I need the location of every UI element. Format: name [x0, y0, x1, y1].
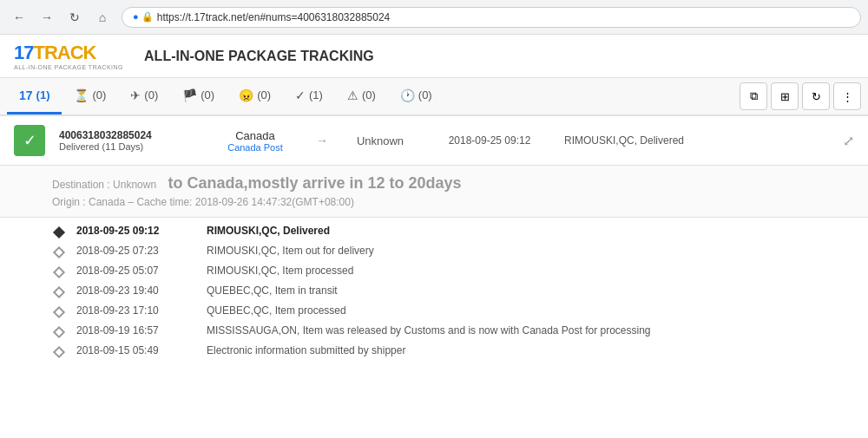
- timeline-desc: MISSISSAUGA,ON, Item was released by Cus…: [207, 324, 651, 337]
- copy-button[interactable]: ⧉: [740, 82, 767, 110]
- address-bar[interactable]: ● 🔒 https://t.17track.net/en#nums=400631…: [122, 7, 861, 28]
- timeline-item: 2018-09-15 05:49Electronic information s…: [52, 344, 816, 359]
- refresh-button[interactable]: ↻: [802, 82, 830, 110]
- tab-transit-count: (0): [144, 88, 158, 101]
- timeline-date: 2018-09-25 05:07: [76, 265, 189, 277]
- cache-value: 2018-09-26 14:47:32(GMT+08:00): [195, 196, 354, 208]
- empty-diamond-icon: [52, 325, 66, 339]
- add-button[interactable]: ⊞: [771, 82, 799, 110]
- origin-value: Canada: [89, 196, 125, 208]
- package-info: 4006318032885024 Delivered (11 Days): [59, 129, 198, 152]
- tab-pickup[interactable]: 🏴 (0): [170, 78, 227, 114]
- back-button[interactable]: ←: [7, 5, 31, 29]
- timeline-desc: RIMOUSKI,QC, Item processed: [207, 265, 353, 277]
- app-header: 17TRACK ALL-IN-ONE PACKAGE TRACKING ALL-…: [0, 35, 868, 78]
- tab-undelivered[interactable]: 😠 (0): [227, 78, 283, 114]
- lock-icon: ● 🔒: [133, 11, 154, 23]
- timeline-item: 2018-09-23 17:10QUEBEC,QC, Item processe…: [52, 304, 816, 319]
- package-number: 4006318032885024: [59, 129, 198, 141]
- timeline-content: 2018-09-15 05:49Electronic information s…: [76, 344, 816, 356]
- origin-label: Origin :: [52, 196, 89, 208]
- empty-diamond-icon: [52, 305, 66, 319]
- timeline-content: 2018-09-23 17:10QUEBEC,QC, Item processe…: [76, 304, 816, 317]
- timeline-date: 2018-09-23 17:10: [76, 304, 189, 317]
- tab-undelivered-icon: 😠: [239, 88, 253, 102]
- tab-delivered-icon: ✓: [295, 88, 306, 102]
- destination-value: Unknown: [113, 179, 156, 191]
- status-badge: ✓: [14, 125, 45, 156]
- tab-delivered-count: (1): [309, 88, 323, 101]
- origin-line: Origin : Canada – Cache time: 2018-09-26…: [52, 196, 816, 208]
- destination-label: Destination :: [52, 179, 113, 191]
- timeline-item: 2018-09-23 19:40QUEBEC,QC, Item in trans…: [52, 284, 816, 299]
- arrow-icon: →: [316, 134, 328, 147]
- tab-pending[interactable]: ⏳ (0): [62, 78, 118, 114]
- carrier-country: Canada: [212, 129, 299, 142]
- browser-chrome: ← → ↻ ⌂ ● 🔒 https://t.17track.net/en#num…: [0, 0, 868, 35]
- tab-bar: 17 (1) ⏳ (0) ✈ (0) 🏴 (0) 😠 (0) ✓ (1) ⚠ (…: [0, 78, 868, 116]
- reload-button[interactable]: ↻: [62, 5, 87, 29]
- timeline-content: 2018-09-23 19:40QUEBEC,QC, Item in trans…: [76, 284, 816, 297]
- cache-label: Cache time:: [136, 196, 192, 208]
- app-title: ALL-IN-ONE PACKAGE TRACKING: [144, 49, 374, 64]
- timeline-desc: Electronic information submitted by ship…: [207, 344, 405, 356]
- carrier-name: Canada Post: [212, 142, 299, 153]
- empty-diamond-icon: [52, 345, 66, 359]
- tab-alert-count: (0): [362, 88, 376, 101]
- tab-alert-icon: ⚠: [347, 88, 358, 102]
- package-carrier: Canada Canada Post: [212, 129, 299, 153]
- promo-text: to Canada,mostly arrive in 12 to 20days: [168, 174, 461, 192]
- timeline-desc: RIMOUSKI,QC, Item out for delivery: [207, 245, 374, 257]
- tab-transit[interactable]: ✈ (0): [118, 78, 170, 114]
- timeline: 2018-09-25 09:12RIMOUSKI,QC, Delivered20…: [0, 218, 868, 371]
- cache-separator: –: [128, 196, 136, 208]
- forward-button[interactable]: →: [35, 5, 59, 29]
- timeline-item: 2018-09-25 05:07RIMOUSKI,QC, Item proces…: [52, 265, 816, 279]
- tab-actions: ⧉ ⊞ ↻ ⋮: [740, 82, 861, 110]
- tab-undelivered-count: (0): [257, 88, 271, 101]
- tab-all-count: (1): [36, 88, 50, 101]
- logo-17: 17: [14, 42, 33, 63]
- tab-all[interactable]: 17 (1): [7, 78, 62, 114]
- timeline-date: 2018-09-23 19:40: [76, 284, 189, 297]
- timeline-item: 2018-09-25 09:12RIMOUSKI,QC, Delivered: [52, 225, 816, 239]
- package-location: RIMOUSKI,QC, Delivered: [564, 134, 829, 147]
- tab-17-icon: 17: [19, 88, 33, 102]
- url-text: https://t.17track.net/en#nums=4006318032…: [157, 11, 391, 23]
- tab-transit-icon: ✈: [130, 88, 141, 102]
- timeline-item: 2018-09-25 07:23RIMOUSKI,QC, Item out fo…: [52, 245, 816, 259]
- detail-panel: Destination : Unknown to Canada,mostly a…: [0, 166, 868, 218]
- timeline-date: 2018-09-15 05:49: [76, 344, 189, 356]
- home-button[interactable]: ⌂: [90, 5, 115, 29]
- tab-pickup-icon: 🏴: [182, 88, 197, 102]
- timeline-date: 2018-09-25 07:23: [76, 245, 189, 257]
- package-row: ✓ 4006318032885024 Delivered (11 Days) C…: [0, 116, 868, 166]
- collapse-button[interactable]: ⤢: [843, 133, 854, 149]
- tab-expired-count: (0): [418, 88, 432, 101]
- empty-diamond-icon: [52, 245, 66, 259]
- nav-buttons: ← → ↻ ⌂: [7, 5, 115, 29]
- timeline-content: 2018-09-25 07:23RIMOUSKI,QC, Item out fo…: [76, 245, 816, 257]
- tab-delivered[interactable]: ✓ (1): [283, 78, 335, 114]
- timeline-item: 2018-09-19 16:57MISSISSAUGA,ON, Item was…: [52, 324, 816, 339]
- menu-button[interactable]: ⋮: [833, 82, 861, 110]
- tab-expired-icon: 🕐: [400, 88, 415, 102]
- package-datetime: 2018-09-25 09:12: [429, 134, 550, 147]
- tab-alert[interactable]: ⚠ (0): [335, 78, 388, 114]
- empty-diamond-icon: [52, 285, 66, 299]
- package-destination: Unknown: [345, 134, 415, 147]
- timeline-date: 2018-09-25 09:12: [76, 225, 189, 237]
- timeline-date: 2018-09-19 16:57: [76, 324, 189, 337]
- timeline-desc: RIMOUSKI,QC, Delivered: [207, 225, 330, 237]
- timeline-content: 2018-09-25 09:12RIMOUSKI,QC, Delivered: [76, 225, 816, 237]
- logo-area: 17TRACK ALL-IN-ONE PACKAGE TRACKING: [14, 42, 123, 70]
- timeline-desc: QUEBEC,QC, Item in transit: [207, 284, 338, 297]
- logo-subtitle: ALL-IN-ONE PACKAGE TRACKING: [14, 64, 123, 70]
- timeline-content: 2018-09-25 05:07RIMOUSKI,QC, Item proces…: [76, 265, 816, 277]
- timeline-desc: QUEBEC,QC, Item processed: [207, 304, 346, 317]
- timeline-content: 2018-09-19 16:57MISSISSAUGA,ON, Item was…: [76, 324, 816, 337]
- tab-expired[interactable]: 🕐 (0): [388, 78, 444, 114]
- logo-text: 17TRACK: [14, 42, 123, 64]
- destination-line: Destination : Unknown to Canada,mostly a…: [52, 174, 816, 193]
- tab-pending-count: (0): [92, 88, 106, 101]
